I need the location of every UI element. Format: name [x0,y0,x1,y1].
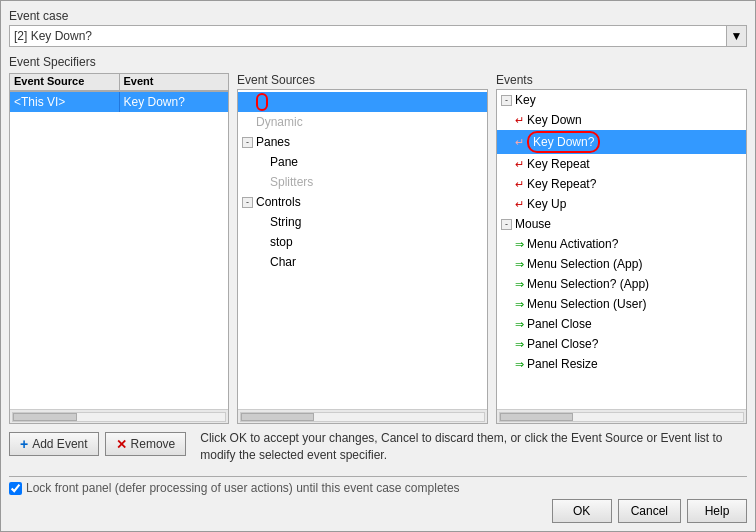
specifiers-hscroll[interactable] [10,409,228,423]
source-item[interactable]: Char [238,252,487,272]
lock-checkbox[interactable] [9,482,22,495]
source-item[interactable]: Splitters [238,172,487,192]
footer-buttons: OK Cancel Help [9,499,747,523]
event-dialog: Event case ▼ Event Specifiers Event Sour… [0,0,756,532]
event-case-input[interactable] [9,25,727,47]
lock-label: Lock front panel (defer processing of us… [26,481,460,495]
event-item[interactable]: ↵Key Repeat [497,154,746,174]
event-specifiers-label: Event Specifiers [9,55,747,69]
specifier-source: <This VI> [10,92,120,112]
source-item[interactable]: Dynamic [238,112,487,132]
event-item[interactable]: ⇒Panel Close? [497,334,746,354]
event-item[interactable]: ↵Key Down [497,110,746,130]
specifier-event: Key Down? [120,92,229,112]
ok-button[interactable]: OK [552,499,612,523]
event-item[interactable]: ⇒Menu Selection? (App) [497,274,746,294]
event-case-dropdown[interactable]: ▼ [727,25,747,47]
col2-header: Event [120,74,229,90]
event-item[interactable]: ⇒Menu Selection (User) [497,294,746,314]
bottom-section: + Add Event ✕ Remove Click OK to accept … [9,430,747,523]
col1-header: Event Source [10,74,120,90]
remove-button[interactable]: ✕ Remove [105,432,187,456]
event-sources-header: Event Sources [237,73,488,87]
source-item[interactable]: -Panes [238,132,487,152]
add-event-button[interactable]: + Add Event [9,432,99,456]
sources-hscroll[interactable] [238,409,487,423]
events-header: Events [496,73,747,87]
events-column: Events -Key↵Key Down↵Key Down?↵Key Repea… [496,73,747,424]
divider [9,476,747,477]
info-text: Click OK to accept your changes, Cancel … [196,430,747,464]
event-item[interactable]: ⇒Menu Activation? [497,234,746,254]
event-case-row: ▼ [9,25,747,47]
event-item[interactable]: -Mouse [497,214,746,234]
source-item[interactable]: Pane [238,152,487,172]
event-sources-list[interactable]: Dynamic-PanesPaneSplitters-ControlsStrin… [237,89,488,424]
source-item[interactable] [238,92,487,112]
x-icon: ✕ [116,437,127,452]
event-case-label: Event case [9,9,747,23]
event-item[interactable]: ↵Key Repeat? [497,174,746,194]
event-item[interactable]: ↵Key Down? [497,130,746,154]
lock-row: Lock front panel (defer processing of us… [9,481,747,495]
help-button[interactable]: Help [687,499,747,523]
specifiers-list[interactable]: <This VI> Key Down? [9,91,229,424]
event-item[interactable]: ⇒Panel Resize [497,354,746,374]
event-item[interactable]: ⇒Menu Selection (App) [497,254,746,274]
event-specifiers-column: Event Source Event <This VI> Key Down? [9,73,229,424]
events-list[interactable]: -Key↵Key Down↵Key Down?↵Key Repeat↵Key R… [496,89,747,424]
cancel-button[interactable]: Cancel [618,499,681,523]
lists-area: Event Source Event <This VI> Key Down? E… [9,73,747,424]
event-item[interactable]: -Key [497,90,746,110]
events-hscroll[interactable] [497,409,746,423]
event-item[interactable]: ⇒Panel Close [497,314,746,334]
plus-icon: + [20,436,28,452]
source-item[interactable]: String [238,212,487,232]
source-item[interactable]: stop [238,232,487,252]
event-sources-column: Event Sources Dynamic-PanesPaneSplitters… [237,73,488,424]
event-item[interactable]: ↵Key Up [497,194,746,214]
source-item[interactable]: -Controls [238,192,487,212]
